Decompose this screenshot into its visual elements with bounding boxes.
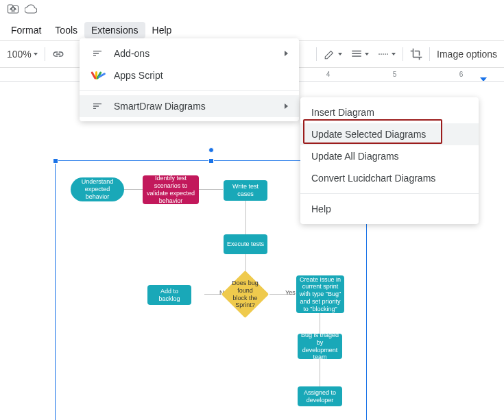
arrow bbox=[320, 359, 320, 386]
apps-script-menu-item[interactable]: Apps Script bbox=[80, 64, 299, 86]
addons-menu-item[interactable]: Add-ons bbox=[80, 42, 299, 64]
border-weight-button[interactable] bbox=[346, 41, 373, 67]
menu-help[interactable]: Help bbox=[145, 22, 179, 38]
smartdraw-help-menu-item[interactable]: Help bbox=[300, 198, 479, 220]
menubar: Format Tools Extensions Help bbox=[0, 20, 504, 40]
crop-button[interactable] bbox=[406, 41, 427, 67]
smartdraw-submenu: Insert Diagram Update Selected Diagrams … bbox=[300, 97, 479, 224]
node-understand: Understand expected behavior bbox=[71, 177, 124, 201]
convert-lucidchart-menu-item[interactable]: Convert Lucidchart Diagrams bbox=[300, 167, 479, 189]
apps-script-icon bbox=[91, 71, 104, 79]
node-triaged: Bug is triaged by development team bbox=[298, 334, 342, 359]
menu-format[interactable]: Format bbox=[4, 22, 48, 38]
update-selected-menu-item[interactable]: Update Selected Diagrams bbox=[300, 123, 479, 145]
arrow bbox=[123, 189, 144, 190]
smartdraw-menu-item[interactable]: SmartDraw Diagrams bbox=[80, 95, 299, 117]
smartdraw-icon bbox=[91, 101, 104, 112]
addons-icon bbox=[91, 48, 104, 59]
border-color-button[interactable] bbox=[320, 41, 346, 67]
node-write-tests: Write test cases bbox=[224, 180, 267, 201]
node-identify: Identify test scenarios to validate expe… bbox=[143, 175, 199, 204]
arrow bbox=[245, 200, 246, 234]
update-all-menu-item[interactable]: Update All Diagrams bbox=[300, 145, 479, 167]
node-add-backlog: Add to backlog bbox=[147, 285, 191, 305]
chevron-right-icon bbox=[285, 103, 288, 109]
chevron-right-icon bbox=[285, 51, 288, 56]
edge-label-yes: Yes bbox=[285, 289, 296, 296]
zoom-control[interactable]: 100% bbox=[3, 41, 42, 67]
insert-link-button[interactable] bbox=[48, 41, 69, 67]
rotate-handle[interactable] bbox=[208, 147, 214, 153]
menu-extensions[interactable]: Extensions bbox=[84, 22, 145, 38]
extensions-dropdown: Add-ons Apps Script SmartDraw Diagrams bbox=[80, 38, 299, 121]
node-assigned: Assigned to developer bbox=[298, 386, 342, 406]
arrow bbox=[320, 313, 320, 334]
move-to-drive-icon[interactable] bbox=[7, 3, 19, 17]
resize-handle-tl[interactable] bbox=[53, 158, 58, 164]
node-create-issue: Create issue in current sprint with type… bbox=[296, 275, 344, 313]
resize-handle-tm[interactable] bbox=[208, 158, 214, 164]
insert-diagram-menu-item[interactable]: Insert Diagram bbox=[300, 101, 479, 123]
menu-tools[interactable]: Tools bbox=[48, 22, 84, 38]
border-dash-button[interactable] bbox=[373, 41, 400, 67]
node-execute: Execute tests bbox=[224, 234, 267, 254]
arrow bbox=[199, 189, 223, 190]
image-options-button[interactable]: Image options bbox=[433, 41, 501, 67]
cloud-status-icon[interactable] bbox=[25, 3, 37, 17]
